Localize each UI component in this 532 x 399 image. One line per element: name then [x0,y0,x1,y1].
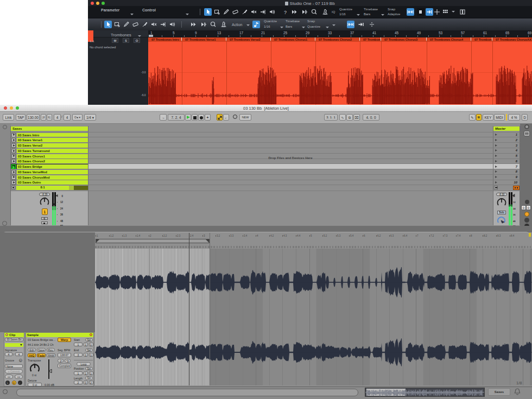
svg-text:?: ? [284,10,287,15]
svg-text:5P: 5P [44,197,46,199]
svg-text:⇅: ⇅ [34,363,35,365]
